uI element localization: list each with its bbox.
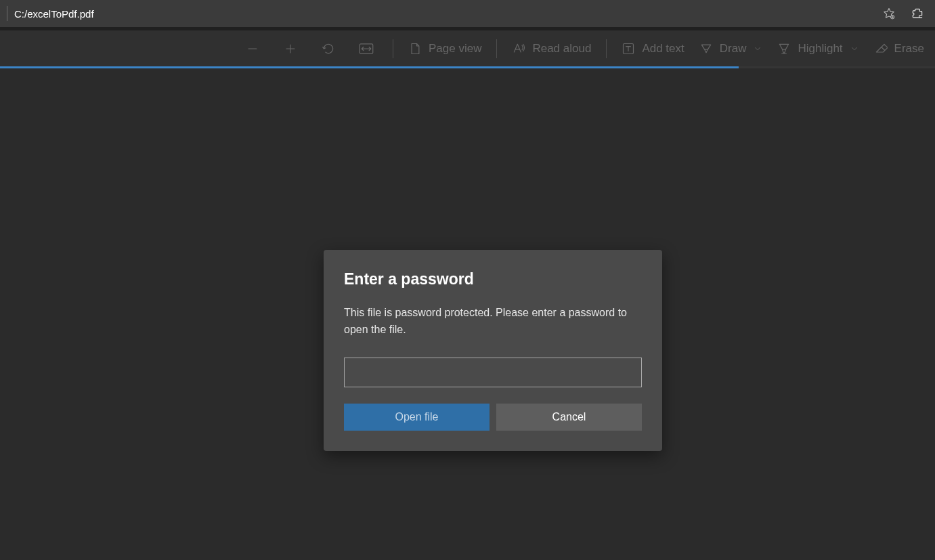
- pdf-viewer-area: Enter a password This file is password p…: [0, 68, 935, 560]
- open-file-button[interactable]: Open file: [344, 404, 490, 431]
- favorite-icon[interactable]: [882, 7, 896, 20]
- highlight-button[interactable]: Highlight: [777, 42, 858, 56]
- pdf-toolbar: Page view Read aloud Add text Draw Highl…: [0, 30, 935, 66]
- toolbar-separator: [496, 39, 497, 58]
- page-view-label: Page view: [429, 42, 481, 56]
- zoom-out-button[interactable]: [241, 43, 264, 55]
- zoom-in-button[interactable]: [279, 43, 302, 55]
- page-view-button[interactable]: Page view: [408, 42, 481, 56]
- chevron-down-icon: [753, 44, 762, 53]
- draw-label: Draw: [720, 42, 747, 56]
- highlight-label: Highlight: [798, 42, 842, 56]
- erase-button[interactable]: Erase: [874, 42, 924, 56]
- address-bar-actions: [882, 7, 928, 20]
- add-text-label: Add text: [642, 42, 684, 56]
- cancel-button[interactable]: Cancel: [496, 404, 642, 431]
- chevron-down-icon: [850, 44, 859, 53]
- dialog-title: Enter a password: [344, 270, 642, 288]
- toolbar-separator: [393, 39, 393, 58]
- address-bar: C:/excelToPdf.pdf: [0, 0, 935, 27]
- password-dialog: Enter a password This file is password p…: [324, 250, 662, 451]
- fit-width-button[interactable]: [355, 43, 378, 55]
- add-text-button[interactable]: Add text: [622, 42, 684, 56]
- dialog-body: This file is password protected. Please …: [344, 305, 642, 339]
- password-input[interactable]: [344, 358, 642, 387]
- read-aloud-button[interactable]: Read aloud: [512, 42, 591, 56]
- read-aloud-label: Read aloud: [532, 42, 591, 56]
- erase-label: Erase: [894, 42, 924, 56]
- draw-button[interactable]: Draw: [699, 42, 763, 56]
- url-text[interactable]: C:/excelToPdf.pdf: [14, 8, 882, 20]
- dialog-button-row: Open file Cancel: [344, 404, 642, 431]
- rotate-button[interactable]: [317, 42, 340, 56]
- extensions-icon[interactable]: [911, 7, 924, 20]
- toolbar-separator: [606, 39, 607, 58]
- address-bar-divider: [7, 6, 7, 21]
